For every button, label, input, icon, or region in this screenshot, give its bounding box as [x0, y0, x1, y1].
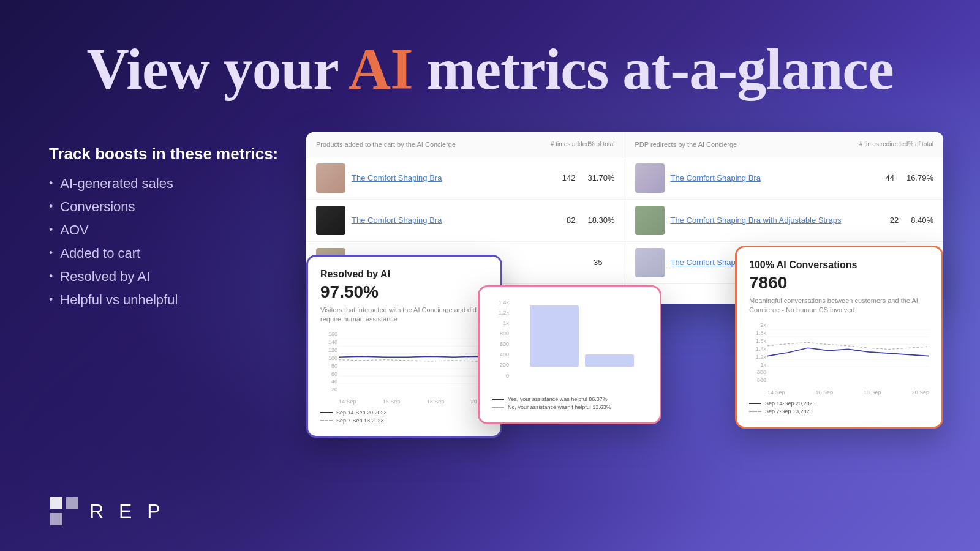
title-part1: View your [86, 36, 348, 102]
product-name: The Comfort Shaping Bra with Adjustable … [671, 216, 842, 225]
line-chart-svg [339, 331, 488, 392]
legend-label-2: No, your assistance wasn't helpful 13.63… [508, 404, 611, 410]
legend-label-2: Sep 7-Sep 13,2023 [765, 408, 813, 414]
table-header-left: Products added to the cart by the AI Con… [306, 132, 625, 157]
resolved-card-desc: Visitors that interacted with the AI Con… [320, 305, 488, 324]
legend-item-1: Sep 14-Sep 20,2023 [749, 400, 929, 407]
product-image [635, 163, 665, 193]
product-cell: The Comfort Shaping Bra [635, 163, 873, 193]
svg-rect-15 [50, 497, 62, 509]
bar-chart-svg [510, 299, 647, 379]
product-image [316, 163, 345, 193]
conversations-chart-svg [767, 322, 929, 383]
metrics-list: AI-generated sales Conversions AOV Added… [49, 176, 282, 308]
legend-item-2: No, your assistance wasn't helpful 13.63… [492, 404, 647, 410]
pct-total: 18.30% [575, 216, 614, 225]
list-item: AI-generated sales [49, 176, 282, 192]
conversations-card-title: 100% AI Conversations [749, 260, 929, 271]
page: View your AI metrics at-a-glance Track b… [0, 0, 980, 551]
product-cell: The Comfort Shaping Bra with Adjustable … [635, 206, 878, 235]
helpful-mini-chart: 1.4k 1.2k 1k 800 600 400 200 0 [492, 299, 647, 391]
product-name: The Comfort Shaping Bra [352, 173, 442, 182]
product-cell: The Comfort Shaping Bra [316, 206, 554, 235]
table-col2-header: # times redirected [859, 141, 908, 148]
chart-legend: Sep 14-Sep 20,2023 Sep 7-Sep 13,2023 [749, 400, 929, 414]
chart-legend: Yes, your assistance was helpful 86.37% … [492, 396, 647, 410]
x-axis: 14 Sep 16 Sep 18 Sep 20 Sep [339, 399, 488, 405]
legend-item-1: Sep 14-Sep 20,2023 [320, 410, 488, 416]
times-added: 35 [581, 258, 602, 267]
legend-item-2: Sep 7-Sep 13,2023 [320, 418, 488, 424]
times-redirected: 44 [873, 173, 894, 182]
pct-total: 8.40% [899, 216, 933, 225]
svg-rect-16 [66, 497, 78, 509]
product-name: The Comfort Shaping Bra [671, 173, 761, 182]
title-ai: AI [349, 36, 413, 102]
legend-line-dashed [749, 411, 761, 412]
legend-item-2: Sep 7-Sep 13,2023 [749, 408, 929, 414]
pct-total: 31.70% [575, 173, 614, 182]
product-image [635, 248, 665, 277]
conversations-mini-chart: 2k 1.8k 1.6k 1.4k 1.2k 1k 800 600 [749, 322, 929, 395]
title-part2: metrics [413, 36, 623, 102]
header: View your AI metrics at-a-glance [0, 0, 980, 120]
table-col1-header: PDP redirects by the AI Concierge [635, 141, 859, 148]
legend-label-2: Sep 7-Sep 13,2023 [336, 418, 384, 424]
x-axis: 14 Sep 16 Sep 18 Sep 20 Sep [767, 389, 929, 395]
conversations-card-desc: Meaningful conversations between custome… [749, 296, 929, 315]
conversations-card: 100% AI Conversations 7860 Meaningful co… [735, 246, 943, 429]
legend-line-dashed [492, 407, 504, 408]
svg-rect-8 [585, 354, 634, 367]
resolved-mini-chart: 160 140 120 100 80 60 40 20 [320, 331, 488, 405]
times-added: 82 [554, 216, 575, 225]
y-axis: 2k 1.8k 1.6k 1.4k 1.2k 1k 800 600 [749, 322, 766, 383]
resolved-card-value: 97.50% [320, 282, 488, 302]
y-axis: 160 140 120 100 80 60 40 20 [320, 331, 337, 392]
chart-area [767, 322, 929, 383]
main-title: View your AI metrics at-a-glance [49, 37, 931, 102]
y-axis: 1.4k 1.2k 1k 800 600 400 200 0 [492, 299, 509, 379]
resolved-by-ai-card: Resolved by AI 97.50% Visitors that inte… [306, 255, 502, 438]
legend-label-1: Sep 14-Sep 20,2023 [765, 400, 816, 407]
pct-total: 16.79% [894, 173, 933, 182]
legend-line-solid [749, 403, 761, 404]
product-cell: The Comfort Shaping Bra [316, 163, 550, 193]
helpful-card: 1.4k 1.2k 1k 800 600 400 200 0 [478, 285, 662, 424]
list-item: Conversions [49, 199, 282, 215]
product-image [635, 206, 665, 235]
logo-text: R E P [89, 500, 165, 523]
chart-area [510, 299, 647, 379]
legend-line-solid [492, 399, 504, 400]
legend-item-1: Yes, your assistance was helpful 86.37% [492, 396, 647, 402]
table-row: The Comfort Shaping Bra 142 31.70% [306, 157, 625, 200]
legend-line-dashed [320, 420, 333, 421]
resolved-card-title: Resolved by AI [320, 269, 488, 280]
times-redirected: 22 [878, 216, 899, 225]
table-row: The Comfort Shaping Bra with Adjustable … [625, 200, 944, 242]
table-col1-header: Products added to the cart by the AI Con… [316, 141, 551, 148]
table-header-right: PDP redirects by the AI Concierge # time… [625, 132, 944, 157]
product-image [316, 206, 345, 235]
table-row: The Comfort Shaping Bra 44 16.79% [625, 157, 944, 200]
svg-rect-17 [50, 513, 62, 525]
chart-legend: Sep 14-Sep 20,2023 Sep 7-Sep 13,2023 [320, 410, 488, 424]
list-item: Added to cart [49, 246, 282, 261]
logo: R E P [49, 496, 165, 527]
right-area: Products added to the cart by the AI Con… [306, 132, 943, 487]
left-panel-subtitle: Track boosts in these metrics: [49, 144, 282, 163]
list-item: Helpful vs unhelpful [49, 292, 282, 308]
table-row: The Comfort Shaping Bra 82 18.30% [306, 200, 625, 242]
left-panel: Track boosts in these metrics: AI-genera… [49, 132, 282, 315]
logo-icon [49, 496, 80, 527]
table-col3-header: % of total [589, 141, 615, 148]
list-item: AOV [49, 222, 282, 238]
conversations-card-value: 7860 [749, 273, 929, 293]
chart-area [339, 331, 488, 392]
times-added: 142 [550, 173, 576, 182]
legend-label-1: Sep 14-Sep 20,2023 [336, 410, 387, 416]
list-item: Resolved by AI [49, 269, 282, 285]
main-content: Track boosts in these metrics: AI-genera… [0, 120, 980, 551]
legend-label-1: Yes, your assistance was helpful 86.37% [508, 396, 608, 402]
table-col3-header: % of total [908, 141, 933, 148]
title-part3: at-a-glance [622, 36, 893, 102]
